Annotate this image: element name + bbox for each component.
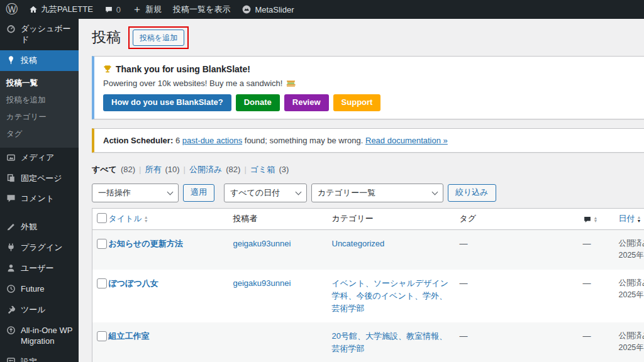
author-header: 投稿者 — [232, 208, 331, 229]
table-row: お知らせの更新方法 geigaku93unnei Uncategorized —… — [92, 229, 644, 269]
page-title: 投稿 — [92, 29, 121, 47]
author-link[interactable]: geigaku93unnei — [233, 278, 291, 288]
table-row: 組立工作室 20号館、大学施設、教室情報、芸術学部 — — 公開済み 2025年… — [92, 322, 644, 362]
sidebar-item-appearance[interactable]: 外観 — [0, 217, 79, 238]
sidebar-item-plugins[interactable]: プラグイン — [0, 238, 79, 258]
metaslider-label: MetaSlider — [255, 5, 294, 14]
sort-title-header[interactable]: タイトル▲▼ — [109, 214, 148, 223]
admin-bar: Ⓦ 九芸PALETTE 0 ＋ 新規 投稿一覧を表示 MetaSlider — [0, 0, 644, 19]
tags-value: — — [460, 278, 468, 288]
action-scheduler-notice: Action Scheduler: 6 past-due actions fou… — [92, 128, 644, 153]
blankslate-support-button[interactable]: Support — [333, 94, 381, 111]
list-toolbar: 一括操作 適用 すべての日付 カテゴリー一覧 絞り込み — [92, 184, 644, 202]
settings-icon — [6, 357, 16, 362]
chevron-down-icon — [167, 189, 174, 195]
row-checkbox[interactable] — [97, 278, 107, 288]
sidebar-item-settings[interactable]: 設定 — [0, 352, 79, 362]
comments-value: — — [583, 278, 591, 288]
sidebar-item-future[interactable]: Future — [0, 279, 79, 300]
submenu-all-posts[interactable]: 投稿一覧 — [0, 75, 79, 92]
tags-value: — — [460, 239, 468, 248]
filter-button[interactable]: 絞り込み — [448, 184, 496, 202]
post-date: 2025年10 — [619, 342, 644, 354]
pushpin-icon — [6, 55, 16, 65]
blankslate-notice: Thank you for using BlankSlate! Powering… — [92, 56, 644, 119]
table-row: ぼつぼつ八女 geigaku93unnei イベント、ソーシャルデザイン学科、今… — [92, 270, 644, 322]
plugins-icon — [6, 243, 16, 252]
post-status: 公開済み — [619, 277, 644, 289]
category-links[interactable]: 20号館、大学施設、教室情報、芸術学部 — [332, 331, 447, 353]
row-checkbox[interactable] — [97, 239, 107, 249]
posts-table-body: お知らせの更新方法 geigaku93unnei Uncategorized —… — [92, 229, 644, 362]
sidebar-item-comments[interactable]: コメント — [0, 189, 79, 209]
author-link[interactable]: geigaku93unnei — [233, 239, 291, 248]
post-status-filters: すべて(82) | 所有(10) | 公開済み(82) | ゴミ箱(3) — [92, 164, 644, 175]
sort-date-header[interactable]: 日付▲▼ — [619, 214, 641, 223]
post-title-link[interactable]: 組立工作室 — [109, 331, 150, 341]
view-posts-label: 投稿一覧を表示 — [173, 4, 230, 15]
pages-icon — [6, 173, 16, 183]
wordpress-posts-admin-page: { "admin_bar": { "site_name": "九芸PALETTE… — [0, 0, 644, 362]
sidebar-item-aiowp-migration[interactable]: All-in-One WP Migration — [0, 321, 79, 352]
wordpress-logo-icon[interactable]: Ⓦ — [0, 0, 23, 19]
admin-sidebar: ダッシュボード 投稿 投稿一覧 投稿を追加 カテゴリー タグ メディア 固定ペー… — [0, 19, 79, 362]
post-status: 公開済み — [619, 238, 644, 250]
main-content: 投稿 投稿を追加 Thank you for using BlankSlate!… — [79, 19, 644, 362]
past-due-count: 6 — [175, 136, 180, 145]
submenu-add-post[interactable]: 投稿を追加 — [0, 92, 79, 109]
home-icon — [29, 5, 38, 14]
date-filter-select[interactable]: すべての日付 — [224, 184, 307, 202]
migration-icon — [6, 326, 16, 335]
users-icon — [6, 263, 16, 273]
tags-header: タグ — [458, 208, 582, 229]
sidebar-item-pages[interactable]: 固定ページ — [0, 168, 79, 189]
read-documentation-link[interactable]: Read documentation » — [365, 136, 448, 145]
apply-button[interactable]: 適用 — [183, 184, 214, 202]
row-checkbox[interactable] — [97, 331, 107, 341]
metaslider-icon — [242, 4, 252, 14]
comment-bubble-icon — [583, 216, 592, 224]
comments-value: — — [583, 239, 591, 248]
add-post-button[interactable]: 投稿を追加 — [133, 30, 184, 47]
posts-table: タイトル▲▼ 投稿者 カテゴリー タグ ▲▼ 日付▲▼ お知らせの更新方法 ge… — [92, 208, 644, 362]
category-filter-select[interactable]: カテゴリー一覧 — [311, 184, 443, 202]
sidebar-item-media[interactable]: メディア — [0, 148, 79, 168]
site-name-link[interactable]: 九芸PALETTE — [23, 0, 99, 19]
new-content-button[interactable]: ＋ 新規 — [126, 0, 167, 19]
post-date: 2025年10 — [619, 250, 644, 261]
comment-bubble-icon — [104, 6, 113, 14]
category-links[interactable]: イベント、ソーシャルデザイン学科、今後のイベント、学外、芸術学部 — [332, 278, 449, 313]
sidebar-item-tools[interactable]: ツール — [0, 300, 79, 321]
comments-count: 0 — [116, 5, 121, 14]
post-status: 公開済み — [619, 330, 644, 342]
comments-value: — — [583, 331, 591, 341]
red-annotation-box: 投稿を追加 — [128, 26, 189, 50]
sidebar-item-posts[interactable]: 投稿 — [0, 50, 79, 71]
sandwich-icon — [286, 80, 296, 87]
filter-mine[interactable]: 所有 — [145, 164, 161, 175]
view-posts-link[interactable]: 投稿一覧を表示 — [167, 0, 236, 19]
post-title-link[interactable]: ぼつぼつ八女 — [109, 278, 158, 288]
sort-comments-header[interactable]: ▲▼ — [583, 214, 598, 224]
filter-trash[interactable]: ゴミ箱 — [250, 164, 275, 175]
bulk-action-select[interactable]: 一括操作 — [92, 184, 179, 202]
filter-all[interactable]: すべて — [92, 164, 117, 175]
submenu-categories[interactable]: カテゴリー — [0, 109, 79, 126]
post-title-link[interactable]: お知らせの更新方法 — [109, 239, 183, 248]
past-due-actions-link[interactable]: past-due actions — [182, 136, 242, 145]
blankslate-review-button[interactable]: Review — [284, 94, 329, 111]
filter-published[interactable]: 公開済み — [189, 164, 222, 175]
metaslider-admin-bar-item[interactable]: MetaSlider — [236, 0, 299, 19]
admin-bar-comments[interactable]: 0 — [99, 0, 126, 19]
submenu-tags[interactable]: タグ — [0, 126, 79, 143]
blankslate-donate-button[interactable]: Donate — [236, 94, 280, 111]
blankslate-body: Powering over 10k websites! Buy me a san… — [103, 79, 282, 88]
comments-icon — [6, 194, 16, 203]
sidebar-item-users[interactable]: ユーザー — [0, 258, 79, 279]
blankslate-how-button[interactable]: How do you use BlankSlate? — [103, 94, 231, 111]
select-all-checkbox[interactable] — [97, 213, 107, 223]
chevron-down-icon — [296, 189, 302, 195]
trophy-icon — [103, 65, 112, 74]
sidebar-item-dashboard[interactable]: ダッシュボード — [0, 19, 79, 50]
category-links[interactable]: Uncategorized — [332, 239, 385, 248]
